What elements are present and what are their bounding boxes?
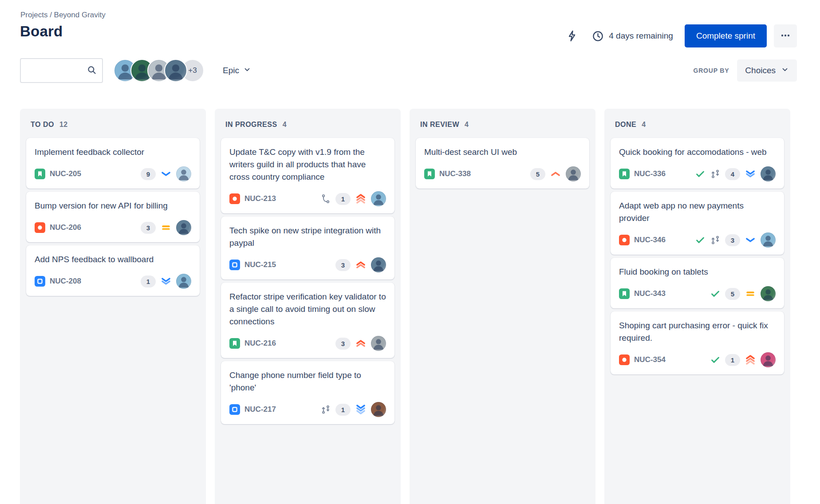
issue-key: NUC-205 (50, 169, 81, 178)
group-by-value: Choices (745, 66, 776, 75)
priority-down2-icon (160, 276, 172, 287)
team-avatar-stack (114, 59, 187, 82)
issue-card[interactable]: Bump version for new API for billing NUC… (26, 192, 200, 242)
assignee-avatar (371, 257, 386, 272)
story-points-badge: 1 (335, 404, 351, 416)
assignee-avatar (371, 402, 386, 417)
column-name: IN PROGRESS (225, 121, 277, 128)
priority-up2-icon (355, 259, 367, 271)
board-toolbar: +3 Epic GROUP BY Choices (20, 58, 797, 83)
card-footer: NUC-213 1 (229, 191, 386, 206)
card-footer: NUC-208 1 (35, 274, 191, 289)
group-by-dropdown[interactable]: Choices (737, 59, 797, 82)
board-columns: TO DO12 Implement feedback collector NUC… (20, 109, 790, 504)
card-meta: 3 (141, 220, 191, 235)
more-actions-button[interactable] (774, 24, 797, 47)
insights-lightning-icon[interactable] (566, 30, 579, 42)
card-meta: 1 (320, 191, 386, 206)
card-footer: NUC-346 3 (619, 232, 776, 248)
issue-card[interactable]: Change phone number field type to 'phone… (221, 361, 394, 424)
assignee-avatar (761, 286, 776, 301)
card-meta: 5 (710, 286, 776, 301)
priority-medium-icon (745, 288, 756, 299)
board-column-done: DONE4 Quick booking for accomodations - … (604, 109, 790, 504)
done-check-icon (710, 354, 721, 365)
complete-sprint-button[interactable]: Complete sprint (685, 24, 767, 47)
card-meta: 1 (320, 402, 386, 417)
assignee-avatar (761, 166, 776, 181)
assignee-avatar (176, 274, 191, 289)
issue-card[interactable]: Adapt web app no new payments provider N… (611, 192, 784, 255)
task-icon (35, 276, 45, 287)
issue-card[interactable]: Multi-dest search UI web NUC-338 5 (416, 138, 589, 189)
card-footer: NUC-338 5 (424, 166, 581, 181)
done-check-icon (710, 288, 721, 299)
issue-key: NUC-208 (50, 277, 81, 286)
priority-up3-icon (355, 193, 367, 205)
page-title: Board (20, 23, 63, 40)
card-meta: 3 (335, 336, 386, 351)
card-meta: 3 (695, 232, 776, 248)
column-count: 4 (283, 121, 287, 128)
story-points-badge: 5 (530, 168, 545, 180)
card-title: Shoping cart purchasing error - quick fi… (619, 319, 776, 344)
story-points-badge: 9 (141, 168, 156, 180)
search-input[interactable] (20, 58, 103, 83)
column-count: 4 (642, 121, 646, 128)
bug-icon (619, 235, 630, 245)
card-title: Refactor stripe verification key validat… (229, 291, 386, 328)
card-title: Adapt web app no new payments provider (619, 200, 776, 224)
column-count: 4 (465, 121, 469, 128)
done-check-icon (695, 235, 706, 245)
issue-key: NUC-343 (634, 289, 666, 298)
card-title: Quick booking for accomodations - web (619, 146, 776, 158)
column-cards: Quick booking for accomodations - web NU… (604, 138, 790, 374)
story-points-badge: 4 (725, 168, 740, 180)
issue-key: NUC-338 (439, 169, 471, 178)
priority-up2-icon (355, 338, 367, 349)
team-member-4-avatar[interactable] (164, 59, 187, 82)
epic-filter-dropdown[interactable]: Epic (223, 66, 251, 76)
assignee-avatar (761, 352, 776, 367)
issue-card[interactable]: Tech spike on new stripe integration wit… (221, 217, 394, 280)
issue-card[interactable]: Add NPS feedback to wallboard NUC-208 1 (26, 245, 200, 296)
column-name: IN REVIEW (420, 121, 459, 128)
task-icon (229, 260, 240, 270)
priority-down3-icon (355, 404, 367, 415)
clock-icon (592, 30, 604, 42)
card-title: Update T&C copy with v1.9 from the write… (229, 146, 386, 183)
branch-icon (320, 193, 331, 204)
chevron-down-icon (243, 66, 251, 76)
issue-key: NUC-215 (244, 260, 276, 269)
breadcrumb[interactable]: Projects / Beyond Gravity (20, 11, 106, 20)
story-points-badge: 1 (141, 276, 156, 287)
card-footer: NUC-215 3 (229, 257, 386, 272)
assignee-avatar (176, 166, 191, 181)
story-points-badge: 1 (335, 193, 351, 205)
issue-card[interactable]: Fluid booking on tablets NUC-343 5 (611, 258, 784, 308)
issue-card[interactable]: Shoping cart purchasing error - quick fi… (611, 311, 784, 374)
story-icon (619, 288, 630, 299)
search-box (20, 58, 103, 83)
issue-card[interactable]: Implement feedback collector NUC-205 9 (26, 138, 200, 189)
issue-key: NUC-336 (634, 169, 666, 178)
issue-key: NUC-217 (244, 405, 276, 414)
story-points-badge: 3 (335, 338, 351, 350)
priority-down2-icon (745, 168, 756, 180)
column-cards: Multi-dest search UI web NUC-338 5 (410, 138, 595, 189)
board-column-to-do: TO DO12 Implement feedback collector NUC… (20, 109, 206, 504)
issue-card[interactable]: Refactor stripe verification key validat… (221, 283, 394, 358)
story-icon (229, 338, 240, 349)
card-meta: 9 (141, 166, 191, 181)
issue-card[interactable]: Quick booking for accomodations - web NU… (611, 138, 784, 189)
issue-card[interactable]: Update T&C copy with v1.9 from the write… (221, 138, 394, 213)
card-title: Fluid booking on tablets (619, 266, 776, 278)
bug-icon (229, 193, 240, 204)
card-footer: NUC-205 9 (35, 166, 191, 181)
story-icon (619, 169, 630, 179)
pull-request-icon (320, 404, 331, 415)
story-icon (35, 169, 45, 179)
column-header: IN PROGRESS4 (215, 109, 401, 138)
assignee-avatar (566, 166, 581, 181)
card-meta: 5 (530, 166, 581, 181)
